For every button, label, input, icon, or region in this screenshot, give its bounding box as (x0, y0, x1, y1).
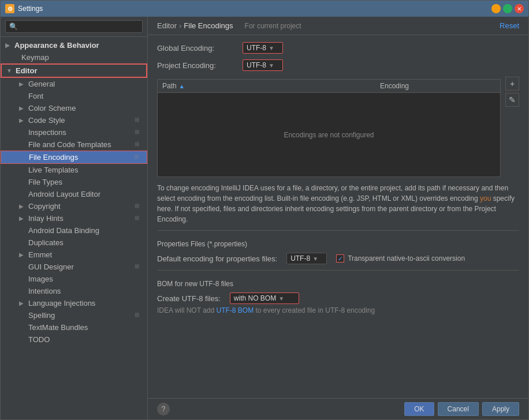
settings-window: ⚙ Settings ✕ ▶ Appearance & Behavior Key (0, 0, 529, 420)
properties-section: Properties Files (*.properties) Default … (157, 230, 519, 264)
sidebar-item-intentions[interactable]: Intentions (1, 285, 147, 297)
arrow-icon: ▶ (19, 105, 26, 111)
transparent-checkbox[interactable] (336, 254, 344, 262)
settings-icon: ⊞ (135, 263, 143, 271)
apply-button[interactable]: Apply (482, 402, 519, 416)
ok-button[interactable]: OK (404, 402, 434, 416)
help-button[interactable]: ? (157, 403, 170, 415)
arrow-icon: ▶ (19, 203, 26, 209)
cancel-button[interactable]: Cancel (438, 402, 479, 416)
sidebar-item-live-templates[interactable]: Live Templates (1, 164, 147, 176)
sidebar-item-android-data-binding[interactable]: Android Data Binding (1, 224, 147, 237)
bom-value: with NO BOM (234, 294, 276, 302)
settings-icon: ⊞ (135, 129, 143, 137)
search-input[interactable] (5, 20, 143, 33)
sort-arrow-icon: ▲ (179, 83, 185, 89)
settings-icon: ⊞ (135, 215, 143, 223)
settings-icon: ⊞ (135, 312, 143, 320)
sidebar-item-file-code-templates[interactable]: File and Code Templates ⊞ (1, 138, 147, 151)
sidebar-item-font[interactable]: Font (1, 90, 147, 102)
properties-encoding-value: UTF-8 (290, 254, 310, 262)
reset-button[interactable]: Reset (500, 21, 519, 30)
panel-header: Editor › File Encodings For current proj… (148, 17, 528, 35)
bom-section: BOM for new UTF-8 files Create UTF-8 fil… (157, 270, 519, 314)
sidebar-item-gui-designer[interactable]: GUI Designer ⊞ (1, 261, 147, 273)
arrow-icon: ▶ (19, 252, 26, 258)
arrow-icon: ▼ (6, 68, 13, 74)
global-encoding-dropdown[interactable]: UTF-8 ▼ (243, 42, 283, 54)
table-empty-message: Encodings are not configured (284, 131, 374, 139)
global-encoding-row: Global Encoding: UTF-8 ▼ (157, 42, 519, 54)
settings-icon: ⊞ (135, 202, 143, 211)
breadcrumb-separator: › (179, 21, 181, 30)
app-icon: ⚙ (5, 4, 14, 13)
dropdown-arrow-icon: ▼ (278, 295, 284, 302)
settings-icon: ⊞ (135, 117, 143, 125)
table-body: Encodings are not configured (158, 93, 500, 177)
settings-icon: ⊞ (134, 153, 142, 162)
project-encoding-dropdown[interactable]: UTF-8 ▼ (243, 59, 283, 71)
sidebar-item-general[interactable]: ▶ General (1, 78, 147, 90)
dialog-footer: ? OK Cancel Apply (148, 398, 528, 419)
arrow-icon: ▶ (19, 215, 26, 222)
bom-dropdown[interactable]: with NO BOM ▼ (230, 292, 299, 304)
encoding-table: Path ▲ Encoding Encodings are not config… (157, 79, 501, 177)
utf8-bom-link: UTF-8 BOM (216, 306, 254, 314)
breadcrumb: Editor › File Encodings (157, 21, 233, 30)
properties-encoding-row: Default encoding for properties files: U… (157, 253, 519, 264)
minimize-button[interactable] (491, 4, 501, 13)
dropdown-arrow-icon: ▼ (312, 256, 318, 262)
arrow-icon: ▶ (19, 300, 26, 306)
sidebar-item-editor[interactable]: ▼ Editor (1, 63, 147, 78)
breadcrumb-current: File Encodings (184, 21, 233, 30)
properties-encoding-label: Default encoding for properties files: (157, 254, 277, 263)
maximize-button[interactable] (503, 4, 512, 13)
dropdown-arrow-icon: ▼ (269, 62, 274, 69)
table-col-encoding: Encoding (380, 82, 496, 90)
footer-left: ? (157, 403, 170, 415)
sidebar-item-color-scheme[interactable]: ▶ Color Scheme (1, 102, 147, 114)
project-encoding-row: Project Encoding: UTF-8 ▼ (157, 59, 519, 71)
title-bar-controls: ✕ (491, 4, 524, 13)
nav-tree: ▶ Appearance & Behavior Keymap ▼ Editor … (1, 37, 147, 419)
bom-section-title: BOM for new UTF-8 files (157, 280, 519, 288)
footer-buttons: OK Cancel Apply (404, 402, 519, 416)
sidebar-item-file-types[interactable]: File Types (1, 176, 147, 188)
window-title: Settings (18, 5, 43, 13)
sidebar-item-language-injections[interactable]: ▶ Language Injections (1, 297, 147, 309)
sidebar-item-spelling[interactable]: Spelling ⊞ (1, 309, 147, 321)
sidebar-item-keymap[interactable]: Keymap (1, 51, 147, 63)
bom-label: Create UTF-8 files: (157, 294, 221, 303)
sidebar-item-images[interactable]: Images (1, 273, 147, 285)
sidebar-item-appearance[interactable]: ▶ Appearance & Behavior (1, 39, 147, 51)
sidebar-item-copyright[interactable]: ▶ Copyright ⊞ (1, 200, 147, 212)
add-encoding-button[interactable]: + (505, 77, 519, 91)
table-header: Path ▲ Encoding (158, 80, 500, 93)
for-current-project-label: For current project (245, 22, 301, 30)
sidebar-item-android-layout-editor[interactable]: Android Layout Editor (1, 188, 147, 200)
global-encoding-label: Global Encoding: (157, 44, 238, 52)
description-text: To change encoding IntelliJ IDEA uses fo… (157, 183, 519, 224)
sidebar-item-textmate-bundles[interactable]: TextMate Bundles (1, 321, 147, 333)
title-bar: ⚙ Settings ✕ (1, 1, 528, 17)
panel-body: Global Encoding: UTF-8 ▼ Project Encodin… (148, 35, 528, 398)
breadcrumb-parent: Editor (157, 21, 177, 30)
encoding-table-wrapper: Path ▲ Encoding Encodings are not config… (157, 77, 519, 177)
sidebar-item-inlay-hints[interactable]: ▶ Inlay Hints ⊞ (1, 212, 147, 224)
project-encoding-label: Project Encoding: (157, 61, 238, 70)
sidebar-item-file-encodings[interactable]: File Encodings ⊞ (1, 151, 147, 164)
arrow-icon: ▶ (5, 42, 12, 48)
close-button[interactable]: ✕ (515, 4, 524, 13)
sidebar-item-duplicates[interactable]: Duplicates (1, 237, 147, 249)
project-encoding-value: UTF-8 (247, 61, 266, 69)
edit-encoding-button[interactable]: ✎ (505, 93, 519, 107)
global-encoding-value: UTF-8 (247, 44, 266, 52)
properties-encoding-dropdown[interactable]: UTF-8 ▼ (286, 253, 327, 264)
main-panel: Editor › File Encodings For current proj… (148, 17, 528, 419)
sidebar-item-code-style[interactable]: ▶ Code Style ⊞ (1, 114, 147, 126)
sidebar-item-inspections[interactable]: Inspections ⊞ (1, 126, 147, 138)
title-bar-left: ⚙ Settings (5, 4, 43, 13)
sidebar-item-todo[interactable]: TODO (1, 333, 147, 346)
sidebar: ▶ Appearance & Behavior Keymap ▼ Editor … (1, 17, 148, 419)
sidebar-item-emmet[interactable]: ▶ Emmet (1, 249, 147, 261)
